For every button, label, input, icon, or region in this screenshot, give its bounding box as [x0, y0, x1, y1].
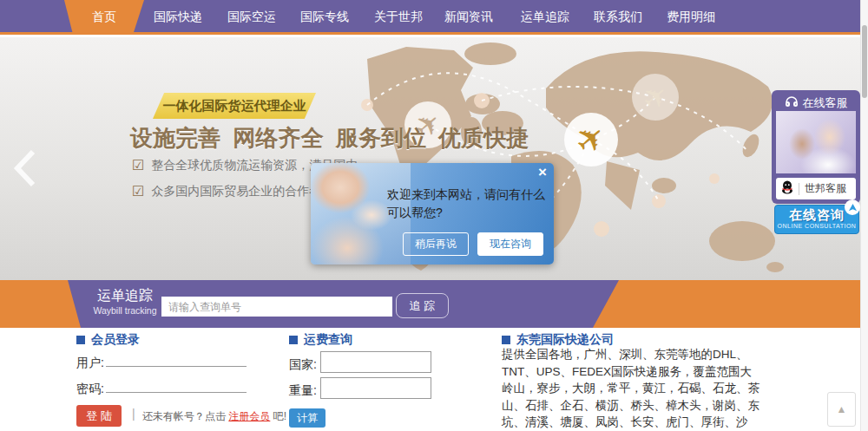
calculate-button[interactable]: 计算 [289, 408, 326, 428]
qq-contact-row[interactable]: 世邦客服 [776, 178, 856, 199]
up-arrow-icon: ▲ [837, 403, 847, 415]
online-service-panel: 在线客服 世邦客服 [772, 90, 860, 204]
top-navbar: 首页 国际快递 国际空运 国际专线 关于世邦 新闻资讯 运单追踪 联系我们 费用… [0, 0, 868, 35]
welcome-chat-popup: × 欢迎来到本网站，请问有什么可以帮您? 稍后再说 现在咨询 [311, 163, 554, 264]
password-input[interactable] [106, 375, 247, 393]
headset-icon [785, 96, 799, 111]
nav-item-intl-line[interactable]: 国际专线 [300, 0, 349, 35]
hero-badge-label: 一体化国际货运代理企业 [163, 98, 306, 114]
check-icon: ☑ [132, 185, 144, 199]
password-label: 密码: [76, 382, 104, 397]
divider [799, 183, 799, 195]
login-section-header: 会员登录 [76, 332, 140, 348]
login-section-title: 会员登录 [91, 332, 140, 348]
country-input[interactable] [320, 351, 431, 373]
company-description: 提供全国各地，广州、深圳、东莞等地的DHL、TNT、UPS、FEDEX国际快递服… [502, 346, 761, 431]
qq-icon [781, 180, 793, 198]
bottom-section: 会员登录 用户: 密码: 登 陆 | 还未有帐号？点击 注册会员 吧! 运费查询… [0, 328, 868, 431]
qq-contact-label: 世邦客服 [805, 181, 846, 196]
waybill-tracking-band: 运单追踪 Waybill tracking 追 踪 [0, 280, 868, 328]
login-button[interactable]: 登 陆 [76, 405, 122, 427]
chat-bubble-icon [845, 199, 860, 215]
nav-item-fees[interactable]: 费用明细 [667, 0, 715, 35]
nav-item-about[interactable]: 关于世邦 [374, 0, 423, 35]
tracking-title: 运单追踪 [87, 287, 163, 305]
hero-badge: 一体化国际货运代理企业 [153, 93, 316, 119]
weight-input[interactable] [320, 377, 431, 399]
username-input[interactable] [106, 349, 247, 367]
online-consultation-button[interactable]: 在线咨询 ONLINE CONSULTATION [774, 205, 859, 234]
track-button[interactable]: 追 踪 [396, 293, 449, 318]
nav-item-waybill-tracking[interactable]: 运单追踪 [521, 0, 569, 35]
later-button[interactable]: 稍后再说 [403, 232, 469, 256]
service-panel-title: 在线客服 [803, 95, 848, 111]
divider: | [132, 407, 135, 421]
country-label: 国家: [289, 357, 317, 373]
register-hint-after: 吧! [270, 410, 286, 422]
tracking-label: 运单追踪 Waybill tracking [87, 287, 163, 316]
hero-headline: 设施完善 网络齐全 服务到位 优质快捷 [130, 123, 529, 153]
section-marker [76, 336, 85, 344]
scrollbar-thumb[interactable] [862, 25, 867, 98]
service-team-photo [776, 111, 856, 173]
register-hint-before: 还未有帐号？点击 [142, 410, 228, 422]
tracking-subtitle: Waybill tracking [87, 305, 163, 316]
scroll-to-top-button[interactable]: ▲ [827, 392, 856, 427]
consult-now-button[interactable]: 现在咨询 [477, 232, 543, 256]
section-marker [289, 336, 298, 344]
nav-item-intl-air[interactable]: 国际空运 [227, 0, 276, 35]
nav-item-home[interactable]: 首页 [64, 0, 144, 35]
popup-message: 欢迎来到本网站，请问有什么可以帮您? [387, 186, 545, 222]
close-icon[interactable]: × [538, 165, 547, 180]
weight-label: 重量: [289, 383, 317, 399]
tracking-number-input[interactable] [161, 297, 392, 317]
nav-item-news[interactable]: 新闻资讯 [444, 0, 493, 35]
user-label: 用户: [76, 356, 104, 371]
section-marker [502, 336, 510, 344]
carousel-prev-icon[interactable] [12, 148, 43, 190]
freight-section-header: 运费查询 [289, 332, 352, 348]
consultation-subtitle: ONLINE CONSULTATION [775, 223, 858, 229]
nav-item-contact[interactable]: 联系我们 [594, 0, 642, 35]
nav-item-label: 首页 [92, 10, 116, 25]
register-hint: 还未有帐号？点击 注册会员 吧! [142, 409, 286, 424]
nav-item-intl-express[interactable]: 国际快递 [154, 0, 202, 35]
page-scrollbar [860, 0, 868, 431]
freight-section-title: 运费查询 [304, 332, 352, 348]
check-icon: ☑ [132, 159, 144, 173]
register-link[interactable]: 注册会员 [228, 410, 270, 422]
